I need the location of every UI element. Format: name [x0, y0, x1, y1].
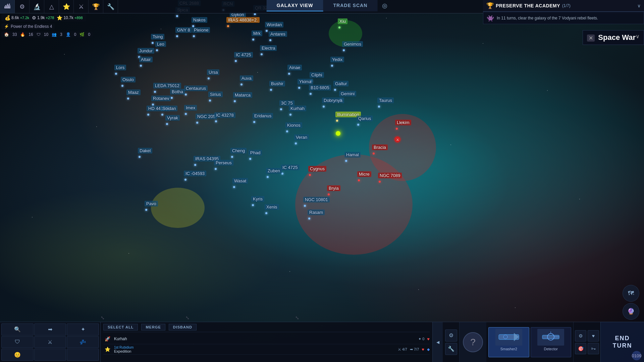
- star-label-ngc10801[interactable]: NGC 10801: [303, 197, 330, 202]
- select-all-button[interactable]: SELECT ALL: [103, 324, 138, 330]
- space-war-expand-icon[interactable]: ∨: [636, 33, 640, 40]
- star-label-galtur[interactable]: Galtur: [333, 81, 348, 86]
- star-label-imex[interactable]: Imex: [184, 105, 197, 111]
- star-label-pleione[interactable]: Pleione: [192, 27, 210, 33]
- star-label-rasam[interactable]: Rasam: [308, 209, 325, 215]
- trade-scan-icon[interactable]: ◎: [382, 2, 387, 9]
- star-label-taurus[interactable]: Taurus: [377, 98, 394, 103]
- star-label-dobrynya[interactable]: Dobrynya: [322, 98, 344, 103]
- trade-scan-button[interactable]: TRADE SCAN: [323, 0, 377, 11]
- star-label-sirius[interactable]: Sirius: [208, 92, 223, 97]
- merge-button[interactable]: MERGE: [141, 324, 165, 330]
- star-label-bushir[interactable]: Bushir: [269, 81, 285, 86]
- star-label-3c75[interactable]: 3C 75: [279, 100, 294, 106]
- star-label-hamal[interactable]: Hamal: [344, 152, 361, 158]
- star-label-altair[interactable]: Altair: [139, 57, 153, 62]
- fleet-sleep-button[interactable]: 💤: [67, 336, 99, 348]
- star-label-botha[interactable]: Botha: [170, 89, 185, 95]
- ship-card-detector[interactable]: Detector: [531, 327, 572, 357]
- star-label-phad[interactable]: Phad: [249, 150, 262, 156]
- star-label-bryia[interactable]: Bryia: [327, 185, 340, 191]
- star-label-leo[interactable]: Leo: [155, 41, 166, 47]
- expand-arrow-right[interactable]: ⤡: [295, 315, 299, 320]
- star-label-perseus[interactable]: Perseus: [214, 160, 233, 166]
- star-label-electra[interactable]: Electra: [260, 45, 277, 51]
- fleet-jump-button[interactable]: ✦: [67, 323, 99, 336]
- nav-triangle[interactable]: △: [44, 0, 59, 13]
- star-label-eridanus[interactable]: Eridanus: [253, 113, 273, 119]
- ship-action-key[interactable]: 🗝: [588, 343, 599, 354]
- star-label-osulo[interactable]: Osulo: [121, 77, 136, 82]
- ship-action-heart[interactable]: ♥: [588, 330, 599, 342]
- star-label-pavo[interactable]: Pavo: [145, 201, 158, 206]
- fleet-defend-button[interactable]: 🛡: [1, 336, 34, 348]
- star-label-qarius[interactable]: Qarius: [357, 116, 373, 121]
- star-label-cygnus[interactable]: Cygnus: [308, 166, 326, 172]
- star-label-centaurus[interactable]: Centaurus: [184, 85, 208, 91]
- nav-research[interactable]: 🔬: [30, 0, 44, 13]
- star-label-zuben[interactable]: Zuben: [266, 168, 282, 174]
- star-label-bracia[interactable]: Bracia: [372, 144, 388, 150]
- star-label-wordan[interactable]: Wordan: [265, 22, 283, 27]
- star-label-antares[interactable]: Antares: [269, 31, 287, 37]
- star-label-ainae[interactable]: Ainae: [287, 65, 302, 70]
- galaxy-view-button[interactable]: GALAXY VIEW: [267, 0, 323, 11]
- ship-action-repair[interactable]: ⚙: [575, 330, 586, 342]
- star-label-soidan[interactable]: Soidan: [161, 106, 177, 111]
- star-label-kyris[interactable]: Kyris: [251, 196, 264, 202]
- star-label-ic4725_top[interactable]: IC 4725: [234, 52, 253, 58]
- ship-nav-left[interactable]: ◀: [433, 322, 443, 362]
- fleet-attack-button[interactable]: ⚔: [34, 336, 66, 348]
- minimap-button-1[interactable]: 🗺: [623, 285, 639, 302]
- star-label-gemini[interactable]: Gemini: [339, 91, 356, 97]
- nav-cities[interactable]: 🏙: [0, 0, 15, 13]
- star-label-b106805[interactable]: B10 6805: [309, 85, 331, 90]
- star-label-xiu[interactable]: Xiu: [338, 18, 347, 24]
- star-label-lors[interactable]: Lors: [114, 65, 126, 70]
- star-label-leda75012[interactable]: LEDA 75012: [153, 83, 181, 88]
- ship-settings-button[interactable]: ⚙: [445, 329, 457, 342]
- star-label-kionos[interactable]: Kionos: [285, 122, 302, 128]
- ship-scan-button[interactable]: 🔧: [445, 343, 457, 355]
- fleet-row-expedition[interactable]: ⭐ 1st Rubidium Expedition ⚔ 4/7 ➡ 7/7 ♥ …: [103, 344, 430, 355]
- star-label-mrk[interactable]: Mrk: [252, 31, 262, 36]
- nav-sword[interactable]: ⚔: [74, 0, 89, 13]
- star-label-gny8[interactable]: GNY 8: [175, 27, 192, 33]
- nav-star[interactable]: ⭐: [59, 0, 74, 13]
- nav-settings[interactable]: ⚙: [15, 0, 30, 13]
- star-label-tsing[interactable]: Tsing: [151, 34, 164, 40]
- fleet-diplomacy-button[interactable]: 😊: [1, 349, 34, 361]
- end-turn-button[interactable]: ENDTURN 0109: [600, 322, 644, 362]
- expand-arrow-left[interactable]: ⤡: [101, 315, 105, 320]
- star-label-llekim[interactable]: Llekim: [395, 120, 411, 125]
- quest-expand-button[interactable]: ∨: [637, 3, 641, 8]
- star-label-micre[interactable]: Micre: [357, 171, 371, 177]
- star-label-wasat[interactable]: Wasat: [232, 178, 248, 184]
- star-label-ngc205[interactable]: NGC 205: [196, 114, 217, 119]
- star-label-nakos[interactable]: Nakos: [192, 17, 207, 23]
- star-label-maaz[interactable]: Maaz: [126, 89, 141, 95]
- ship-action-target[interactable]: 🎯: [575, 343, 586, 354]
- minimap-button-2[interactable]: 🔮: [623, 303, 639, 320]
- star-label-vyrak[interactable]: Vyrak: [165, 115, 180, 121]
- fleet-move-button[interactable]: ➡: [34, 323, 66, 336]
- star-label-ykima[interactable]: Ykima: [298, 79, 313, 84]
- star-label-auva[interactable]: Auva: [240, 75, 253, 81]
- disband-button[interactable]: DISBAND: [169, 324, 197, 330]
- expand-arrow-mid[interactable]: ⤡: [185, 315, 190, 320]
- star-label-ic4725_mid[interactable]: IC 4725: [281, 165, 300, 170]
- space-war-close-button[interactable]: ✕: [587, 35, 595, 42]
- nav-gear[interactable]: 🔧: [103, 0, 118, 13]
- star-label-dakel[interactable]: Dakel: [138, 148, 152, 154]
- fleet-row-kurhah[interactable]: 🚀 Kurhah ✦ 0 ♥: [103, 334, 430, 344]
- star-label-cilphi[interactable]: Cilphi: [310, 72, 324, 78]
- fleet-scan-button[interactable]: 🔍: [1, 323, 34, 336]
- star-label-cheng[interactable]: Cheng: [230, 148, 247, 154]
- star-label-ngc7089[interactable]: NGC 7089: [378, 173, 402, 178]
- star-label-veran[interactable]: Veran: [294, 134, 309, 140]
- star-label-kurhah[interactable]: Kurhah: [289, 106, 306, 111]
- nav-trophy[interactable]: 🏆: [89, 0, 103, 13]
- ship-card-smasher2[interactable]: Smasher2: [488, 327, 529, 357]
- star-label-iras48838[interactable]: IRAS 48838+2.: [226, 17, 260, 23]
- star-label-matarca[interactable]: Matarca: [233, 92, 252, 98]
